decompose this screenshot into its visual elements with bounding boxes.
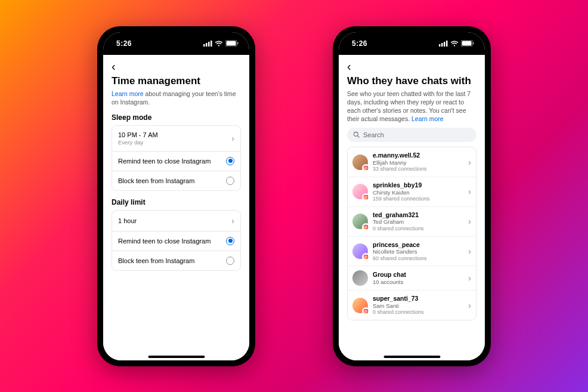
avatar	[352, 270, 368, 286]
svg-rect-9	[444, 42, 445, 47]
svg-line-15	[358, 135, 360, 137]
svg-rect-5	[227, 41, 236, 46]
chat-info: ted_graham321Ted Graham0 shared connecti…	[373, 211, 463, 232]
page-subtitle: Learn more about managing your teen's ti…	[112, 89, 241, 106]
svg-rect-8	[441, 43, 443, 47]
svg-rect-16	[364, 165, 369, 170]
svg-rect-7	[439, 44, 441, 47]
wifi-icon	[215, 41, 223, 47]
chat-row[interactable]: Group chat10 accounts›	[348, 266, 476, 290]
chat-row[interactable]: princess_peaceNicollete Sanders60 shared…	[348, 236, 476, 266]
search-input[interactable]: Search	[347, 128, 476, 142]
svg-point-35	[367, 310, 367, 311]
svg-rect-1	[206, 43, 208, 47]
chat-row[interactable]: e.manny.well.52Ellijah Manny33 shared co…	[348, 147, 476, 177]
instagram-badge-icon	[362, 223, 370, 231]
svg-rect-28	[364, 255, 369, 260]
status-icons	[439, 40, 474, 47]
chat-info: e.manny.well.52Ellijah Manny33 shared co…	[373, 152, 463, 172]
daily-limit-card: 1 hour › Remind teen to close Instagram …	[112, 210, 241, 271]
status-bar: 5:26	[339, 32, 485, 55]
page-title: Who they have chats with	[347, 75, 476, 87]
search-placeholder: Search	[363, 131, 384, 138]
chat-username: super_santi_73	[373, 295, 463, 303]
learn-more-link[interactable]: Learn more	[112, 90, 144, 97]
chat-shared: 0 shared connections	[373, 309, 463, 316]
chat-realname: 10 accounts	[373, 279, 463, 285]
svg-rect-13	[473, 42, 474, 45]
chat-info: super_santi_73Sam Santi0 shared connecti…	[373, 295, 463, 316]
svg-rect-3	[211, 41, 212, 47]
chat-username: princess_peace	[373, 241, 463, 249]
chat-info: sprinkles_bby19Chirsty Kaiden159 shared …	[373, 181, 463, 202]
status-time: 5:26	[116, 39, 132, 48]
chat-row[interactable]: ted_graham321Ted Graham0 shared connecti…	[348, 206, 476, 236]
home-indicator[interactable]	[148, 356, 205, 358]
avatar	[352, 214, 368, 229]
radio-selected-icon	[226, 157, 234, 165]
status-bar: 5:26	[103, 32, 249, 55]
avatar	[352, 298, 368, 313]
avatar	[352, 243, 368, 259]
battery-icon	[461, 40, 474, 47]
svg-rect-10	[446, 41, 448, 47]
chat-username: Group chat	[373, 271, 463, 279]
svg-rect-0	[203, 44, 205, 47]
chat-info: Group chat10 accounts	[373, 271, 463, 285]
radio-selected-icon	[226, 237, 234, 245]
svg-rect-12	[462, 41, 472, 46]
chevron-right-icon: ›	[468, 246, 471, 256]
status-icons	[203, 40, 239, 47]
radio-unselected-icon	[226, 177, 234, 185]
chevron-right-icon: ›	[231, 134, 234, 143]
sleep-remind-option[interactable]: Remind teen to close Instagram	[112, 151, 240, 171]
chat-username: ted_graham321	[373, 211, 463, 219]
chevron-right-icon: ›	[468, 158, 471, 167]
chat-username: e.manny.well.52	[373, 152, 463, 159]
chevron-right-icon: ›	[231, 216, 234, 226]
chat-realname: Ellijah Manny	[373, 159, 463, 166]
chat-shared: 159 shared connections	[373, 196, 463, 202]
chat-row[interactable]: sprinkles_bby19Chirsty Kaiden159 shared …	[348, 177, 476, 206]
phone-time-management: 5:26 ‹ Time management Learn more about …	[97, 26, 255, 366]
sleep-window: 10 PM - 7 AM	[118, 131, 158, 138]
chevron-right-icon: ›	[468, 187, 471, 196]
chat-realname: Ted Graham	[373, 218, 463, 225]
chat-list: e.manny.well.52Ellijah Manny33 shared co…	[347, 147, 476, 320]
daily-remind-option[interactable]: Remind teen to close Instagram	[112, 231, 240, 251]
chat-realname: Nicollete Sanders	[373, 248, 463, 255]
avatar	[352, 155, 368, 170]
svg-rect-24	[364, 225, 369, 230]
learn-more-link[interactable]: Learn more	[411, 115, 444, 122]
page-subtitle: See who your teen chatted with for the l…	[347, 89, 476, 124]
chevron-right-icon: ›	[468, 217, 471, 226]
avatar	[352, 184, 368, 199]
chat-row[interactable]: super_santi_73Sam Santi0 shared connecti…	[348, 290, 476, 320]
svg-rect-6	[237, 42, 239, 45]
svg-point-27	[367, 226, 367, 227]
daily-block-option[interactable]: Block teen from Instagram	[112, 251, 240, 270]
svg-rect-20	[364, 195, 369, 200]
chat-username: sprinkles_bby19	[373, 181, 463, 189]
sleep-block-option[interactable]: Block teen from Instagram	[112, 171, 240, 190]
home-indicator[interactable]	[383, 356, 440, 358]
instagram-badge-icon	[362, 193, 370, 201]
sleep-schedule-row[interactable]: 10 PM - 7 AM Every day ›	[112, 126, 240, 151]
signal-icon	[439, 41, 448, 47]
daily-limit-row[interactable]: 1 hour ›	[112, 211, 240, 231]
sleep-mode-label: Sleep mode	[112, 113, 241, 122]
chat-realname: Chirsty Kaiden	[373, 189, 463, 196]
back-button[interactable]: ‹	[347, 60, 351, 72]
svg-point-31	[367, 256, 367, 257]
svg-point-19	[367, 166, 367, 167]
daily-limit-value: 1 hour	[118, 217, 137, 224]
sleep-mode-card: 10 PM - 7 AM Every day › Remind teen to …	[112, 125, 241, 191]
daily-limit-label: Daily limit	[112, 198, 241, 206]
instagram-badge-icon	[362, 164, 370, 172]
back-button[interactable]: ‹	[112, 60, 116, 72]
instagram-badge-icon	[362, 307, 370, 315]
chat-realname: Sam Santi	[373, 303, 463, 309]
phone-chats: 5:26 ‹ Who they have chats with See who …	[333, 26, 491, 366]
chat-shared: 0 shared connections	[373, 226, 463, 232]
chevron-right-icon: ›	[468, 273, 471, 283]
